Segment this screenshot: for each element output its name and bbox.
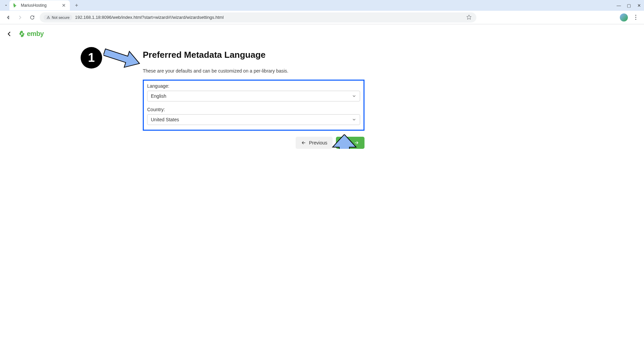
profile-avatar[interactable] <box>620 13 628 22</box>
close-window-icon[interactable]: ✕ <box>637 3 641 8</box>
language-select[interactable]: English <box>147 91 360 101</box>
previous-button[interactable]: Previous <box>296 137 333 149</box>
tab-title: MariusHosting <box>21 3 58 8</box>
warning-icon <box>46 15 50 19</box>
country-value: United States <box>151 117 179 122</box>
tab-search-icon[interactable] <box>3 1 9 10</box>
svg-marker-0 <box>467 15 471 19</box>
main-content: Preferred Metadata Language These are yo… <box>0 43 644 149</box>
address-bar[interactable]: Not secure 192.168.1.18:8096/web/index.h… <box>40 12 476 23</box>
wizard-button-row: Previous Next <box>143 137 364 149</box>
country-label: Country: <box>147 107 360 112</box>
minimize-icon[interactable]: — <box>616 3 621 8</box>
close-icon[interactable]: ✕ <box>61 3 67 8</box>
chevron-down-icon <box>352 117 356 122</box>
tabs-section: MariusHosting ✕ + <box>3 0 81 11</box>
annotation-callout-1: 1 <box>81 47 140 69</box>
language-field: Language: English <box>147 83 360 101</box>
form-highlight-box: Language: English Country: United States <box>143 80 364 131</box>
reload-button[interactable] <box>28 13 37 22</box>
annotation-arrow-right-icon <box>103 48 140 68</box>
app-header: emby <box>0 24 644 43</box>
bookmark-star-icon[interactable] <box>466 14 472 20</box>
country-select[interactable]: United States <box>147 114 360 125</box>
emby-logo-icon <box>18 30 26 38</box>
annotation-badge-1: 1 <box>81 47 102 69</box>
toolbar-right <box>620 13 641 22</box>
maximize-icon[interactable]: ▢ <box>627 3 631 8</box>
arrow-left-icon <box>301 140 306 145</box>
url-text: 192.168.1.18:8096/web/index.html?start=w… <box>75 15 464 20</box>
window-controls: — ▢ ✕ <box>616 0 641 11</box>
forward-button[interactable] <box>15 13 25 22</box>
next-label: Next <box>341 140 351 145</box>
browser-tab[interactable]: MariusHosting ✕ <box>9 0 70 10</box>
security-chip[interactable]: Not secure <box>44 15 72 20</box>
browser-toolbar: Not secure 192.168.1.18:8096/web/index.h… <box>0 11 644 24</box>
next-button[interactable]: Next <box>336 137 364 149</box>
security-label: Not secure <box>52 15 70 19</box>
previous-label: Previous <box>309 140 327 145</box>
chevron-down-icon <box>352 94 356 98</box>
menu-icon[interactable] <box>633 15 639 20</box>
new-tab-button[interactable]: + <box>72 1 81 10</box>
app-back-button[interactable] <box>5 30 13 38</box>
language-value: English <box>151 93 166 99</box>
tab-favicon-icon <box>13 3 18 8</box>
emby-wordmark: emby <box>27 30 44 38</box>
wizard-panel: Preferred Metadata Language These are yo… <box>143 50 364 131</box>
emby-logo[interactable]: emby <box>18 30 44 38</box>
browser-tab-strip: MariusHosting ✕ + — ▢ ✕ <box>0 0 644 11</box>
arrow-right-icon <box>354 140 359 145</box>
back-button[interactable] <box>3 13 13 22</box>
page-subtitle: These are your defaults and can be custo… <box>143 68 364 74</box>
page-title: Preferred Metadata Language <box>143 50 364 60</box>
language-label: Language: <box>147 83 360 89</box>
country-field: Country: United States <box>147 107 360 125</box>
